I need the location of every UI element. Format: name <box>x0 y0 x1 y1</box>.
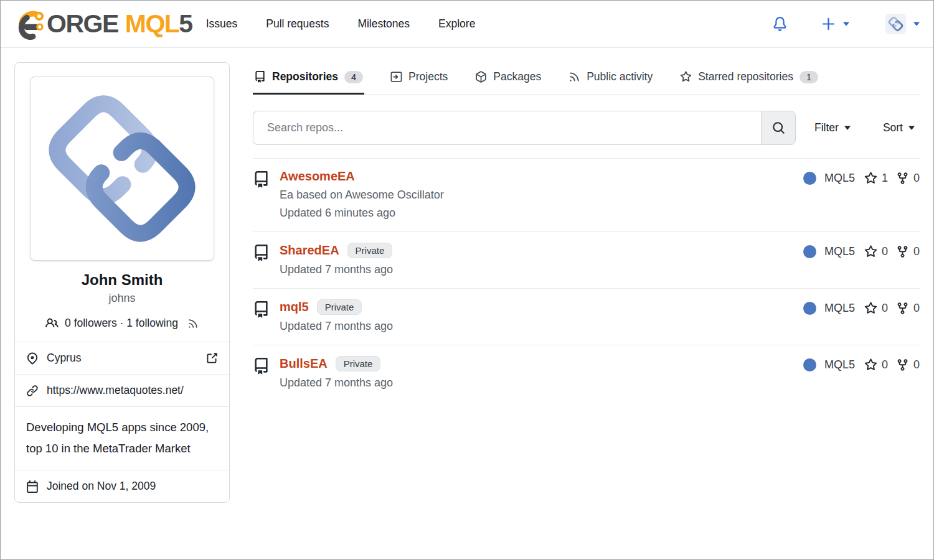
website-link[interactable]: https://www.metaquotes.net/ <box>47 384 184 397</box>
followers-text[interactable]: 0 followers · 1 following <box>65 317 178 330</box>
tab-repositories[interactable]: Repositories 4 <box>253 62 364 95</box>
location-pin-icon <box>26 352 39 365</box>
external-link-icon[interactable] <box>205 352 218 365</box>
repo-updated: Updated 7 months ago <box>280 376 393 390</box>
repository-list: AwesomeEA Ea based on Awesome Oscillator… <box>253 158 920 401</box>
repo-name-link[interactable]: mql5 <box>280 300 309 314</box>
fork-icon <box>896 302 909 315</box>
private-badge: Private <box>317 299 362 315</box>
language-dot <box>803 302 816 315</box>
search-button[interactable] <box>761 111 796 145</box>
star-count[interactable]: 1 <box>864 172 888 185</box>
user-menu-dropdown[interactable] <box>885 14 920 34</box>
page-body: John Smith johns 0 followers · 1 followi… <box>1 48 933 503</box>
tab-label: Packages <box>493 70 541 83</box>
starred-count-badge: 1 <box>800 71 818 83</box>
nav-milestones[interactable]: Milestones <box>357 17 410 30</box>
chevron-down-icon <box>913 22 920 26</box>
sort-dropdown[interactable]: Sort <box>883 121 915 134</box>
avatar <box>885 14 906 34</box>
profile-name: John Smith <box>30 271 214 289</box>
repo-meta: MQL5 0 0 <box>803 299 920 315</box>
repo-row: AwesomeEA Ea based on Awesome Oscillator… <box>253 159 920 232</box>
language-dot <box>803 358 816 371</box>
repo-icon <box>253 171 270 188</box>
fork-number: 0 <box>913 302 920 315</box>
repo-name-link[interactable]: BullsEA <box>280 357 328 371</box>
create-new-dropdown[interactable] <box>822 17 849 30</box>
repo-icon <box>254 71 266 83</box>
interlocked-links-logo <box>38 85 206 253</box>
plus-icon <box>822 17 835 30</box>
tab-label: Repositories <box>272 70 338 83</box>
rss-icon <box>568 71 580 83</box>
tab-label: Projects <box>408 70 448 83</box>
profile-username: johns <box>30 292 214 305</box>
project-board-icon <box>390 71 402 83</box>
tab-public-activity[interactable]: Public activity <box>567 62 654 95</box>
repo-row: mql5 Private Updated 7 months ago MQL5 0 <box>253 289 920 345</box>
fork-icon <box>896 172 909 185</box>
forge-f-icon <box>14 9 45 40</box>
fork-count[interactable]: 0 <box>896 358 920 371</box>
repo-icon <box>253 358 270 375</box>
logo-text-mql: MQL <box>125 11 179 37</box>
repo-info: mql5 Private Updated 7 months ago <box>280 299 393 333</box>
joined-text: Joined on Nov 1, 2009 <box>47 480 156 493</box>
profile-avatar[interactable] <box>30 77 214 261</box>
search-input[interactable] <box>253 111 761 145</box>
followers-row: 0 followers · 1 following <box>30 317 214 342</box>
app-window: ORGE MQL 5 Issues Pull requests Mileston… <box>0 0 934 560</box>
fork-number: 0 <box>913 245 920 258</box>
repo-updated: Updated 6 minutes ago <box>280 207 444 220</box>
star-icon <box>864 358 877 371</box>
nav-explore[interactable]: Explore <box>438 17 475 30</box>
tab-packages[interactable]: Packages <box>474 62 542 95</box>
filter-dropdown[interactable]: Filter <box>814 121 851 134</box>
repo-updated: Updated 7 months ago <box>280 263 393 276</box>
notifications-bell-icon[interactable] <box>773 17 787 31</box>
tab-starred-repositories[interactable]: Starred repositories 1 <box>679 62 819 95</box>
repo-description: Ea based on Awesome Oscillator <box>280 189 444 202</box>
top-navbar: ORGE MQL 5 Issues Pull requests Mileston… <box>1 1 933 48</box>
repo-name-link[interactable]: SharedEA <box>280 243 339 258</box>
star-icon <box>864 245 877 258</box>
star-count[interactable]: 0 <box>864 245 888 258</box>
search-icon <box>772 121 785 134</box>
fork-count[interactable]: 0 <box>896 172 920 185</box>
repo-meta: MQL5 0 0 <box>803 356 920 371</box>
repo-icon <box>253 245 270 261</box>
nav-issues[interactable]: Issues <box>206 17 238 30</box>
private-badge: Private <box>347 243 393 258</box>
language-dot <box>803 245 816 258</box>
language-name: MQL5 <box>824 245 855 258</box>
repo-info: AwesomeEA Ea based on Awesome Oscillator… <box>280 169 444 220</box>
logo-text-orge: ORGE <box>47 11 118 37</box>
profile-card-top: John Smith johns 0 followers · 1 followi… <box>15 63 229 342</box>
star-count[interactable]: 0 <box>864 302 888 315</box>
tab-label: Public activity <box>587 70 653 83</box>
chevron-down-icon <box>844 126 851 130</box>
star-number: 0 <box>882 302 888 315</box>
repo-name-link[interactable]: AwesomeEA <box>280 169 355 184</box>
people-icon <box>45 317 59 330</box>
forge-mql5-logo[interactable]: ORGE MQL 5 <box>14 9 192 40</box>
nav-pull-requests[interactable]: Pull requests <box>266 17 329 30</box>
main-content: Repositories 4 Projects Packages <box>253 62 920 503</box>
chevron-down-icon <box>843 22 849 26</box>
repo-info: BullsEA Private Updated 7 months ago <box>280 356 393 390</box>
location-text: Cyprus <box>47 352 81 365</box>
fork-count[interactable]: 0 <box>896 245 920 258</box>
fork-count[interactable]: 0 <box>896 302 920 315</box>
fork-icon <box>896 358 909 371</box>
logo-text-5: 5 <box>179 11 192 37</box>
star-icon <box>680 71 692 83</box>
star-count[interactable]: 0 <box>864 358 888 371</box>
sort-label: Sort <box>883 121 903 134</box>
rss-icon[interactable] <box>187 318 199 329</box>
website-row: https://www.metaquotes.net/ <box>15 374 229 406</box>
profile-bio: Developing MQL5 apps since 2009, top 10 … <box>15 406 229 470</box>
location-row: Cyprus <box>15 342 229 374</box>
tab-label: Starred repositories <box>698 70 793 83</box>
tab-projects[interactable]: Projects <box>389 62 449 95</box>
